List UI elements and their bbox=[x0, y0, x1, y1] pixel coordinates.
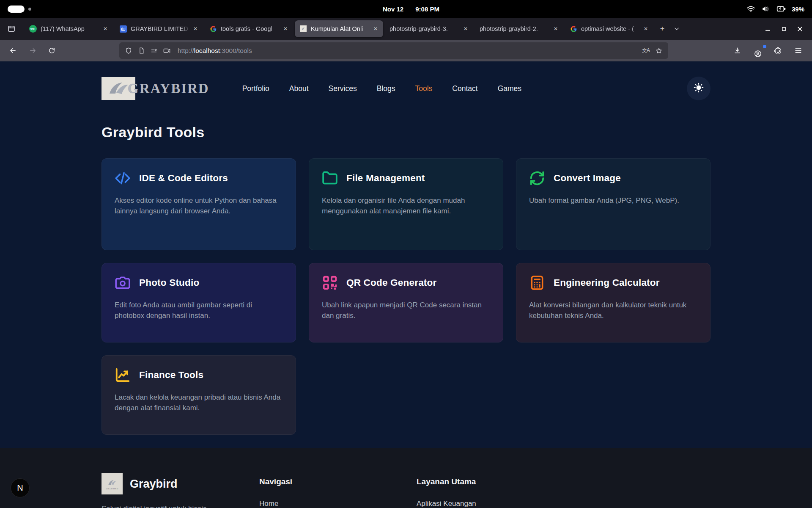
camera-permission-icon[interactable] bbox=[162, 47, 171, 55]
footer-link-home[interactable]: Home bbox=[259, 500, 417, 508]
site-logo[interactable]: GRAYBIRD bbox=[102, 77, 209, 100]
card-title: Photo Studio bbox=[139, 277, 199, 288]
tab-photostrip-3[interactable]: photostrip-graybird-3. ✕ bbox=[385, 20, 473, 37]
notification-pill bbox=[8, 6, 25, 13]
page-title: Graybird Tools bbox=[102, 124, 710, 141]
page-info-icon[interactable] bbox=[137, 47, 145, 55]
tab-kumpulan-alat-active[interactable]: Kumpulan Alat Onli ✕ bbox=[295, 20, 383, 37]
nav-item-services[interactable]: Services bbox=[329, 84, 357, 93]
web-page: GRAYBIRD Portfolio About Services Blogs … bbox=[0, 61, 812, 508]
forward-button[interactable] bbox=[25, 43, 41, 58]
tab-close-icon[interactable]: ✕ bbox=[551, 24, 561, 34]
card-description: Kelola dan organisir file Anda dengan mu… bbox=[322, 196, 490, 216]
tab-close-icon[interactable]: ✕ bbox=[100, 24, 110, 34]
nav-item-tools[interactable]: Tools bbox=[415, 84, 432, 93]
card-convert-image[interactable]: Convert Image Ubah format gambar Anda (J… bbox=[516, 158, 710, 250]
tab-whatsapp[interactable]: 99+ (117) WhatsApp ✕ bbox=[25, 20, 113, 37]
convert-image-icon bbox=[529, 170, 545, 186]
site-logo-text: GRAYBIRD bbox=[128, 81, 209, 97]
finance-chart-icon bbox=[115, 367, 131, 383]
card-description: Alat konversi bilangan dan kalkulator te… bbox=[529, 300, 697, 321]
downloads-icon[interactable] bbox=[730, 43, 745, 58]
tab-close-icon[interactable]: ✕ bbox=[280, 24, 291, 34]
footer-services-column: Layanan Utama Aplikasi Keuangan bbox=[417, 473, 710, 508]
battery-charging-icon bbox=[776, 5, 786, 13]
card-title: Engineering Calculator bbox=[554, 277, 660, 288]
list-tabs-chevron-icon[interactable] bbox=[669, 22, 684, 36]
bookmark-star-icon[interactable] bbox=[655, 47, 663, 55]
tab-photostrip-2[interactable]: photostrip-graybird-2. ✕ bbox=[475, 20, 563, 37]
footer-link-aplikasi-keuangan[interactable]: Aplikasi Keuangan bbox=[417, 500, 710, 508]
menu-hamburger-icon[interactable] bbox=[790, 43, 806, 58]
reload-button[interactable] bbox=[44, 43, 60, 58]
url-bar[interactable]: http://localhost:3000/tools 文A bbox=[119, 42, 668, 59]
theme-toggle-button[interactable] bbox=[687, 77, 710, 100]
tab-close-icon[interactable]: ✕ bbox=[461, 24, 471, 34]
card-qr-code-generator[interactable]: QR Code Generator Ubah link apapun menja… bbox=[309, 263, 503, 342]
firefox-view-icon[interactable] bbox=[4, 22, 19, 36]
footer-nav-column: Navigasi Home bbox=[259, 473, 417, 508]
code-icon bbox=[115, 170, 131, 186]
browser-toolbar: http://localhost:3000/tools 文A bbox=[0, 40, 812, 61]
main-nav: Portfolio About Services Blogs Tools Con… bbox=[242, 84, 521, 93]
status-dot bbox=[28, 8, 31, 11]
tab-title: photostrip-graybird-3. bbox=[390, 25, 461, 32]
account-icon[interactable] bbox=[750, 46, 765, 61]
tools-grid: IDE & Code Editors Akses editor kode onl… bbox=[102, 158, 710, 435]
tab-close-icon[interactable]: ✕ bbox=[641, 24, 651, 34]
nav-item-about[interactable]: About bbox=[289, 84, 309, 93]
card-description: Lacak dan kelola keuangan pribadi atau b… bbox=[115, 392, 283, 413]
nav-item-contact[interactable]: Contact bbox=[452, 84, 477, 93]
battery-percent: 39% bbox=[792, 6, 804, 13]
qr-code-icon bbox=[322, 275, 338, 291]
card-engineering-calculator[interactable]: Engineering Calculator Alat konversi bil… bbox=[516, 263, 710, 342]
calculator-icon bbox=[529, 275, 545, 291]
tab-optimasi-website[interactable]: optimasi website - ( ✕ bbox=[565, 20, 653, 37]
tab-title: GRAYBIRD LIMITED bbox=[131, 25, 190, 32]
tab-title: tools gratis - Googl bbox=[221, 25, 280, 32]
card-description: Ubah link apapun menjadi QR Code secara … bbox=[322, 300, 490, 321]
card-title: Convert Image bbox=[554, 173, 621, 184]
window-close-button[interactable] bbox=[792, 22, 808, 36]
translate-icon[interactable]: 文A bbox=[642, 47, 650, 54]
card-title: QR Code Generator bbox=[346, 277, 436, 288]
floating-n-avatar-button[interactable]: N bbox=[11, 478, 30, 497]
google-favicon bbox=[570, 25, 577, 33]
card-title: File Management bbox=[346, 173, 425, 184]
site-header: GRAYBIRD Portfolio About Services Blogs … bbox=[102, 61, 710, 100]
tab-graybird-limited[interactable]: GRAYBIRD LIMITED ✕ bbox=[115, 20, 203, 37]
camera-icon bbox=[115, 275, 131, 291]
tab-title: Kumpulan Alat Onli bbox=[311, 25, 370, 32]
url-host: localhost bbox=[194, 47, 220, 54]
tab-close-icon[interactable]: ✕ bbox=[190, 24, 200, 34]
url-text[interactable]: http://localhost:3000/tools bbox=[178, 47, 252, 55]
footer-column-heading: Layanan Utama bbox=[417, 473, 710, 486]
screen: Nov 12 9:08 PM bbox=[0, 0, 812, 508]
back-button[interactable] bbox=[5, 43, 21, 58]
whatsapp-favicon: 99+ bbox=[29, 25, 37, 33]
card-ide-code-editors[interactable]: IDE & Code Editors Akses editor kode onl… bbox=[102, 158, 296, 250]
tab-tools-gratis[interactable]: tools gratis - Googl ✕ bbox=[205, 20, 293, 37]
nav-item-games[interactable]: Games bbox=[498, 84, 521, 93]
window-maximize-button[interactable] bbox=[776, 22, 792, 36]
card-title: IDE & Code Editors bbox=[139, 173, 228, 184]
nav-item-blogs[interactable]: Blogs bbox=[377, 84, 395, 93]
sun-icon bbox=[693, 82, 704, 95]
card-photo-studio[interactable]: Photo Studio Edit foto Anda atau ambil g… bbox=[102, 263, 296, 342]
graybird-light-favicon bbox=[299, 25, 307, 33]
footer-brand-name: Graybird bbox=[130, 478, 178, 491]
status-time: 9:08 PM bbox=[415, 6, 439, 13]
tab-close-icon[interactable]: ✕ bbox=[370, 24, 381, 34]
card-file-management[interactable]: File Management Kelola dan organisir fil… bbox=[309, 158, 503, 250]
url-protocol: http:// bbox=[178, 47, 194, 54]
status-datetime: Nov 12 9:08 PM bbox=[383, 6, 439, 13]
nav-item-portfolio[interactable]: Portfolio bbox=[242, 84, 269, 93]
permissions-icon[interactable] bbox=[150, 47, 158, 55]
window-minimize-button[interactable] bbox=[760, 22, 776, 36]
graybird-blue-favicon bbox=[119, 25, 127, 33]
extensions-puzzle-icon[interactable] bbox=[770, 43, 786, 58]
new-tab-button[interactable]: + bbox=[655, 22, 669, 36]
card-finance-tools[interactable]: Finance Tools Lacak dan kelola keuangan … bbox=[102, 355, 296, 435]
system-status-bar: Nov 12 9:08 PM bbox=[0, 0, 812, 18]
shield-icon[interactable] bbox=[124, 47, 133, 55]
